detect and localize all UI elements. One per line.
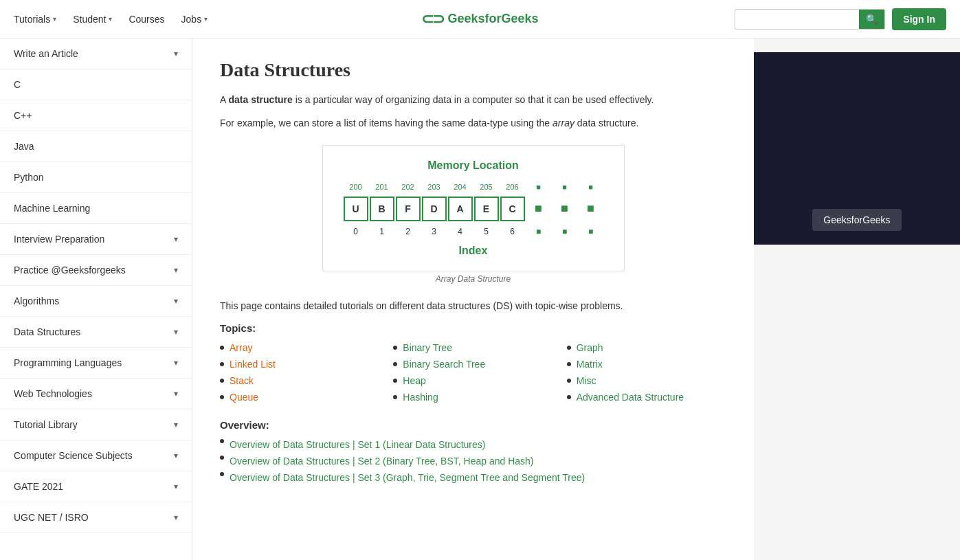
intro-paragraph: A data structure is a particular way of …: [220, 92, 726, 107]
sidebar-item-ugc-net[interactable]: UGC NET / ISRO ▾: [0, 502, 192, 533]
sidebar: Write an Article ▾ C C++ Java Python Mac…: [0, 38, 192, 560]
nav-tutorials[interactable]: Tutorials ▾: [14, 11, 56, 27]
sidebar-item-java[interactable]: Java: [0, 131, 192, 162]
bullet-icon: [393, 379, 397, 383]
overview-item: Overview of Data Structures | Set 3 (Gra…: [220, 472, 726, 483]
topic-link-hashing[interactable]: Hashing: [403, 392, 438, 403]
topics-col3: Graph Matrix Misc Advanced Data Structur…: [567, 342, 726, 403]
sidebar-item-tutorial-lib[interactable]: Tutorial Library ▾: [0, 410, 192, 440]
sidebar-item-gate[interactable]: GATE 2021 ▾: [0, 471, 192, 502]
topic-item: Binary Tree: [393, 342, 552, 353]
overview-link-3[interactable]: Overview of Data Structures | Set 3 (Gra…: [230, 472, 585, 483]
overview-item: Overview of Data Structures | Set 2 (Bin…: [220, 456, 726, 467]
topic-link-bst[interactable]: Binary Search Tree: [403, 359, 485, 370]
nav-student-chevron: ▾: [109, 15, 112, 23]
topic-item: Hashing: [393, 392, 552, 403]
chevron-down-icon: ▾: [174, 389, 178, 399]
diagram-title: Memory Location: [427, 159, 518, 172]
topic-link-misc[interactable]: Misc: [577, 375, 596, 386]
sidebar-item-label: Write an Article: [14, 48, 78, 59]
overview-link-1[interactable]: Overview of Data Structures | Set 1 (Lin…: [230, 439, 485, 450]
sidebar-item-label: Algorithms: [14, 295, 59, 306]
topic-link-advanced-ds[interactable]: Advanced Data Structure: [577, 392, 684, 403]
chevron-down-icon: ▾: [174, 296, 178, 306]
sidebar-item-label: Programming Languages: [14, 357, 122, 368]
data-structure-bold: data structure: [228, 94, 292, 105]
sidebar-item-label: GATE 2021: [14, 481, 63, 492]
nav-bar: Tutorials ▾ Student ▾ Courses Jobs ▾: [14, 11, 208, 27]
sidebar-item-label: Tutorial Library: [14, 419, 78, 430]
topic-item: Stack: [220, 375, 379, 386]
topic-item: Linked List: [220, 359, 379, 370]
page-description: This page contains detailed tutorials on…: [220, 300, 726, 311]
topic-link-linked-list[interactable]: Linked List: [230, 359, 276, 370]
sidebar-item-cpp[interactable]: C++: [0, 100, 192, 131]
nav-jobs[interactable]: Jobs ▾: [181, 11, 208, 27]
sidebar-item-label: Data Structures: [14, 326, 80, 337]
chevron-down-icon: ▾: [174, 358, 178, 368]
bullet-icon: [220, 346, 224, 350]
topic-link-stack[interactable]: Stack: [230, 375, 254, 386]
topics-col1: Array Linked List Stack Queue: [220, 342, 379, 403]
topic-item: Binary Search Tree: [393, 359, 552, 370]
bullet-icon: [220, 395, 224, 399]
topic-item: Heap: [393, 375, 552, 386]
sidebar-item-label: C: [14, 79, 21, 90]
diagram-caption: Array Data Structure: [322, 274, 625, 284]
topic-link-array[interactable]: Array: [230, 342, 252, 353]
ad-logo-text: GeeksforGeeks: [812, 209, 901, 231]
sidebar-item-c[interactable]: C: [0, 69, 192, 100]
overview-list: Overview of Data Structures | Set 1 (Lin…: [220, 439, 726, 483]
sidebar-item-label: Web Technologies: [14, 388, 92, 399]
sign-in-button[interactable]: Sign In: [892, 8, 946, 30]
sidebar-item-python[interactable]: Python: [0, 162, 192, 193]
bullet-icon: [393, 362, 397, 366]
overview-item: Overview of Data Structures | Set 1 (Lin…: [220, 439, 726, 450]
topic-item: Advanced Data Structure: [567, 392, 726, 403]
chevron-down-icon: ▾: [174, 451, 178, 460]
bullet-icon: [220, 456, 224, 460]
index-row: 0 1 2 3 4 5 6 ■ ■ ■: [344, 227, 603, 236]
topic-link-binary-tree[interactable]: Binary Tree: [403, 342, 452, 353]
chevron-down-icon: ▾: [174, 234, 178, 244]
right-panel: GeeksforGeeks: [754, 38, 960, 560]
sidebar-item-cs-subjects[interactable]: Computer Science Subjects ▾: [0, 440, 192, 471]
sidebar-item-label: C++: [14, 110, 32, 121]
sidebar-item-ml[interactable]: Machine Learning: [0, 193, 192, 224]
sidebar-item-write-article[interactable]: Write an Article ▾: [0, 38, 192, 69]
bullet-icon: [393, 346, 397, 350]
main-content: Data Structures A data structure is a pa…: [192, 38, 754, 560]
nav-courses[interactable]: Courses: [129, 11, 164, 27]
topic-item: Graph: [567, 342, 726, 353]
nav-jobs-chevron: ▾: [204, 15, 208, 23]
search-input[interactable]: [735, 10, 859, 28]
search-container: 🔍: [735, 9, 885, 30]
nav-student-label: Student: [73, 14, 106, 25]
sidebar-item-practice[interactable]: Practice @Geeksforgeeks ▾: [0, 255, 192, 286]
nav-student[interactable]: Student ▾: [73, 11, 112, 27]
topics-grid: Array Linked List Stack Queue: [220, 342, 726, 403]
sidebar-item-data-structures[interactable]: Data Structures ▾: [0, 317, 192, 348]
nav-tutorials-label: Tutorials: [14, 14, 50, 25]
topic-link-graph[interactable]: Graph: [577, 342, 603, 353]
sidebar-item-web-tech[interactable]: Web Technologies ▾: [0, 379, 192, 410]
topic-item: Array: [220, 342, 379, 353]
chevron-down-icon: ▾: [174, 265, 178, 275]
overview-link-2[interactable]: Overview of Data Structures | Set 2 (Bin…: [230, 456, 534, 467]
sidebar-item-algorithms[interactable]: Algorithms ▾: [0, 286, 192, 317]
header: Tutorials ▾ Student ▾ Courses Jobs ▾ ⊂⊃ …: [0, 0, 960, 38]
topic-link-queue[interactable]: Queue: [230, 392, 258, 403]
search-button[interactable]: 🔍: [859, 10, 884, 29]
sidebar-item-label: Java: [14, 141, 34, 152]
address-row: 200 201 202 203 204 205 206 ■ ■ ■: [344, 183, 603, 191]
topic-link-matrix[interactable]: Matrix: [577, 359, 603, 370]
sidebar-item-interview[interactable]: Interview Preparation ▾: [0, 224, 192, 255]
bullet-icon: [567, 395, 571, 399]
bullet-icon: [220, 472, 224, 476]
topic-link-heap[interactable]: Heap: [403, 375, 425, 386]
sidebar-item-prog-lang[interactable]: Programming Languages ▾: [0, 348, 192, 379]
sidebar-item-label: UGC NET / ISRO: [14, 512, 89, 523]
array-italic: array: [552, 117, 574, 128]
example-paragraph: For example, we can store a list of item…: [220, 115, 726, 131]
site-logo[interactable]: ⊂⊃ GeeksforGeeks: [421, 10, 538, 28]
